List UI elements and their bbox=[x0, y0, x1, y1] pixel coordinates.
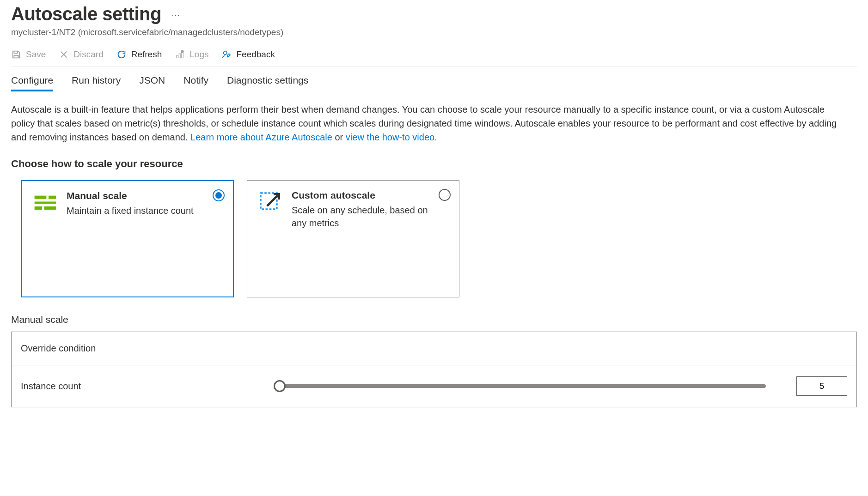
logs-icon bbox=[175, 49, 185, 60]
svg-point-4 bbox=[224, 51, 227, 54]
page-title: Autoscale setting bbox=[11, 4, 161, 24]
tab-run-history[interactable]: Run history bbox=[72, 75, 121, 91]
svg-rect-8 bbox=[35, 206, 42, 210]
feedback-icon bbox=[221, 49, 232, 60]
discard-label: Discard bbox=[73, 49, 103, 60]
instance-count-row: Instance count bbox=[12, 365, 856, 407]
howto-video-link[interactable]: view the how-to video bbox=[346, 132, 434, 142]
refresh-label: Refresh bbox=[131, 49, 162, 60]
feedback-button[interactable]: Feedback bbox=[221, 49, 275, 60]
svg-rect-0 bbox=[177, 55, 178, 58]
refresh-icon bbox=[116, 49, 127, 60]
instance-count-label: Instance count bbox=[21, 381, 261, 392]
manual-scale-box: Override condition Instance count bbox=[11, 332, 857, 407]
tab-diagnostic-settings[interactable]: Diagnostic settings bbox=[227, 75, 308, 91]
svg-rect-1 bbox=[179, 54, 181, 58]
custom-autoscale-radio[interactable] bbox=[439, 189, 451, 201]
save-icon bbox=[11, 49, 21, 60]
instance-count-slider[interactable] bbox=[280, 384, 766, 388]
tab-notify[interactable]: Notify bbox=[183, 75, 208, 91]
manual-scale-title: Manual scale bbox=[67, 190, 194, 201]
refresh-button[interactable]: Refresh bbox=[116, 49, 162, 60]
command-bar: Save Discard Refresh Logs Feedback bbox=[11, 49, 857, 67]
desc-tail: . bbox=[434, 132, 437, 142]
instance-count-input[interactable] bbox=[796, 376, 847, 396]
scale-mode-options: Manual scale Maintain a fixed instance c… bbox=[21, 180, 857, 297]
custom-autoscale-icon bbox=[257, 190, 283, 216]
learn-more-link[interactable]: Learn more about Azure Autoscale bbox=[190, 132, 332, 142]
tab-json[interactable]: JSON bbox=[139, 75, 165, 91]
autoscale-description: Autoscale is a built-in feature that hel… bbox=[11, 103, 843, 144]
close-icon bbox=[59, 49, 69, 60]
save-label: Save bbox=[26, 49, 46, 60]
custom-autoscale-desc: Scale on any schedule, based on any metr… bbox=[292, 204, 433, 230]
custom-autoscale-card[interactable]: Custom autoscale Scale on any schedule, … bbox=[247, 180, 459, 297]
svg-rect-10 bbox=[261, 193, 277, 209]
manual-scale-card[interactable]: Manual scale Maintain a fixed instance c… bbox=[21, 180, 234, 297]
discard-button[interactable]: Discard bbox=[59, 49, 103, 60]
more-actions-button[interactable]: ⋯ bbox=[171, 10, 181, 20]
save-button[interactable]: Save bbox=[11, 49, 46, 60]
desc-mid: or bbox=[335, 132, 345, 142]
manual-scale-radio[interactable] bbox=[213, 189, 225, 201]
override-condition-row: Override condition bbox=[12, 332, 856, 365]
logs-label: Logs bbox=[189, 49, 208, 60]
svg-rect-7 bbox=[35, 202, 56, 204]
manual-scale-icon bbox=[32, 190, 58, 216]
svg-rect-6 bbox=[49, 196, 56, 199]
svg-point-3 bbox=[181, 50, 184, 53]
manual-scale-section-label: Manual scale bbox=[11, 314, 857, 325]
tab-bar: Configure Run history JSON Notify Diagno… bbox=[11, 75, 857, 91]
svg-rect-5 bbox=[35, 196, 47, 199]
feedback-label: Feedback bbox=[236, 49, 275, 60]
custom-autoscale-title: Custom autoscale bbox=[292, 190, 433, 201]
slider-thumb[interactable] bbox=[274, 380, 286, 392]
tab-configure[interactable]: Configure bbox=[11, 75, 53, 91]
override-condition-label: Override condition bbox=[21, 343, 261, 354]
choose-scale-heading: Choose how to scale your resource bbox=[11, 158, 857, 170]
logs-button[interactable]: Logs bbox=[175, 49, 208, 60]
manual-scale-desc: Maintain a fixed instance count bbox=[67, 204, 194, 217]
svg-rect-9 bbox=[44, 206, 56, 210]
resource-path: mycluster-1/NT2 (microsoft.servicefabric… bbox=[11, 27, 857, 37]
